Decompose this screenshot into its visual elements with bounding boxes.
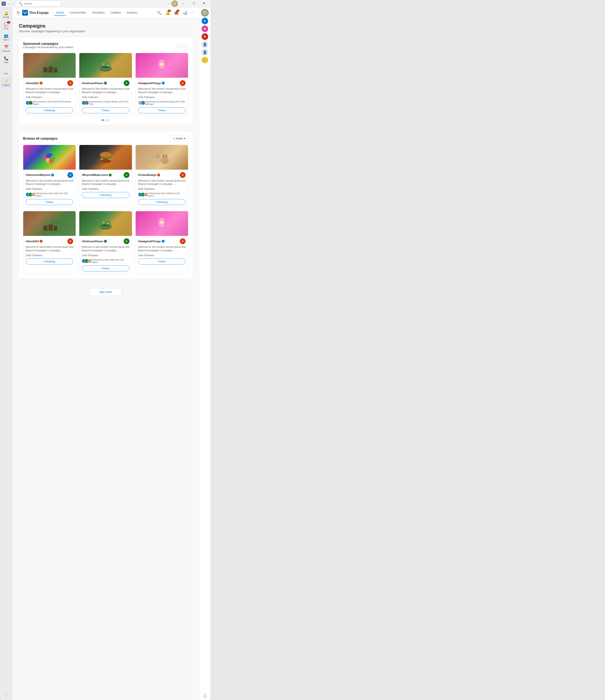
sponsored-card-gadgets[interactable]: #GadgetsNThings ✓ # Welcome to Van Arsde…: [135, 53, 188, 116]
sponsored-card-give2023[interactable]: #Give2023 ✓ # Welcome to Van Arsdel's an…: [23, 53, 76, 116]
hash-badge-gadgetsb: #: [180, 238, 186, 244]
more-options-button[interactable]: ···: [168, 0, 170, 7]
share-button[interactable]: 📤 1: [173, 9, 180, 16]
hash-badge-cutestdawgs: #: [180, 172, 186, 178]
card-image-light: [136, 53, 188, 78]
card-title-row-gogreenb: #GoGreenPlease ✓ #: [82, 238, 129, 244]
dot-3[interactable]: [108, 119, 109, 121]
forward-button[interactable]: ›: [11, 2, 15, 6]
right-sidebar-icon-m[interactable]: M: [202, 25, 208, 32]
sponsor-avatar-6: C: [141, 101, 145, 105]
sponsored-card-gogreen[interactable]: #GoGreenPlease ✓ # Welcome to Van Arsdel…: [79, 53, 132, 116]
sidebar-item-more[interactable]: ···: [1, 690, 11, 698]
card-body-gadgetsb: #GadgetsNThings ✓ # Welcome to Van Arsde…: [136, 236, 188, 267]
nav-link-storylines[interactable]: Storylines: [89, 10, 107, 16]
search-input[interactable]: [24, 2, 58, 5]
sidebar-label-files: Files: [4, 73, 8, 75]
sponsor-avatars-gadgets: A C: [138, 101, 144, 105]
nav-link-communities[interactable]: Communities: [67, 10, 89, 16]
browse-card-gadgetsb[interactable]: #GadgetsNThings ✓ # Welcome to Van Arsde…: [135, 211, 188, 274]
browse-card-beyondmeat[interactable]: #BeyondMeatLovers ✓ # Welcome to Van Ars…: [79, 145, 132, 208]
see-more-row: See more: [19, 285, 192, 299]
right-sidebar-icon-c[interactable]: C: [202, 18, 208, 24]
browse-card-abovebeyond[interactable]: #AboveAndBeyond ✓ # Welcome to Van Arsde…: [23, 145, 76, 208]
sponsored-prev-button[interactable]: ‹: [175, 44, 181, 50]
more-options-nav-button[interactable]: ···: [190, 9, 195, 16]
right-sidebar-icon-av2[interactable]: 👤: [202, 49, 208, 55]
analytics-button[interactable]: 📊: [181, 9, 188, 16]
follow-button-gogreen[interactable]: Follow: [82, 107, 129, 113]
more-icon: ···: [4, 692, 9, 697]
card-desc-gogreen: Welcome to Van Arsdel's annual Above and…: [82, 87, 129, 94]
browse-card-gogreenb[interactable]: #GoGreenPlease ✓ # Welcome to Van Arsdel…: [79, 211, 132, 274]
follow-button-give2023b[interactable]: Following: [26, 258, 73, 265]
card-body-gogreen: #GoGreenPlease ✓ # Welcome to Van Arsdel…: [79, 78, 132, 116]
card-title-gogreenb: #GoGreenPlease ✓: [82, 240, 107, 243]
maximize-button[interactable]: □: [189, 0, 199, 6]
svg-rect-33: [54, 226, 57, 231]
page-title: Campaigns: [19, 23, 192, 29]
follow-button-abovebeyond[interactable]: Follow: [26, 199, 73, 205]
verified-icon-cutestdawgs: ✓: [157, 174, 160, 176]
card-body-beyondmeat: #BeyondMeatLovers ✓ # Welcome to Van Ars…: [79, 170, 132, 201]
right-sidebar-icon-r[interactable]: R: [202, 33, 208, 40]
browse-card-cutestdawgs[interactable]: #CutestDawgs ✓ # Welcome to Van Arsdel's…: [135, 145, 188, 208]
right-sidebar: U C M R 👤 👤 😊 ❮: [199, 7, 210, 700]
follow-button-give2023[interactable]: Following: [26, 107, 73, 113]
right-sidebar-icon-av3[interactable]: 😊: [202, 57, 208, 63]
sponsored-next-button[interactable]: ›: [182, 44, 188, 50]
collapse-right-button[interactable]: ❮: [203, 694, 207, 698]
hash-badge-give2023b: #: [68, 238, 73, 244]
browse-section-header: Browse all campaigns ≡ Active ▾: [23, 136, 188, 142]
follow-button-gadgets[interactable]: Follow: [138, 107, 186, 113]
svg-point-30: [155, 154, 160, 159]
see-more-button[interactable]: See more: [89, 288, 122, 296]
nav-link-leaders[interactable]: Leaders: [108, 10, 123, 16]
sidebar-item-calls[interactable]: 📞 Calls: [1, 54, 11, 65]
notifications-button[interactable]: 🔔 10: [164, 9, 171, 16]
svg-rect-2: [49, 67, 53, 73]
sidebar-item-teams[interactable]: 👥 Teams: [1, 32, 11, 43]
dot-1[interactable]: [102, 119, 104, 121]
card-image-plastic: [79, 53, 132, 78]
followers-give2023b: 234k Followers: [26, 254, 73, 257]
nav-arrows: ‹ ›: [7, 2, 15, 6]
files-icon: 📄: [4, 67, 9, 72]
follow-button-cutestdawgs[interactable]: Following: [138, 199, 186, 205]
nav-link-home[interactable]: Home: [54, 10, 66, 16]
user-avatar-title[interactable]: U: [172, 0, 178, 7]
search-bar[interactable]: 🔍: [16, 1, 61, 6]
right-sidebar-user-avatar[interactable]: U: [201, 9, 209, 17]
sidebar-item-activity[interactable]: 🔔 Activity: [1, 9, 11, 20]
card-title-row-give2023b: #Give2023 ✓ #: [26, 238, 73, 244]
browse-card-give2023b[interactable]: #Give2023 ✓ # Welcome to Van Arsdel's an…: [23, 211, 76, 274]
follow-button-beyondmeat[interactable]: Following: [82, 192, 129, 198]
search-button[interactable]: 🔍: [156, 9, 162, 16]
card-body-give2023: #Give2023 ✓ # Welcome to Van Arsdel's an…: [23, 78, 76, 116]
sidebar-item-chat[interactable]: 💬 1 Chat: [1, 20, 11, 31]
close-button[interactable]: ✕: [199, 0, 209, 6]
nav-link-answers[interactable]: Answers: [124, 10, 140, 16]
right-sidebar-icon-av1[interactable]: 👤: [202, 41, 208, 48]
svg-point-25: [162, 154, 164, 157]
hash-badge-beyondmeat: #: [124, 172, 129, 178]
sidebar-label-activity: Activity: [3, 16, 9, 18]
sidebar-item-engage[interactable]: ⚡ Engage: [1, 77, 11, 88]
back-button[interactable]: ‹: [7, 2, 11, 6]
follow-button-gadgetsb[interactable]: Follow: [138, 258, 186, 265]
card-title-row-give2023: #Give2023 ✓ #: [26, 80, 73, 86]
hash-badge-give2023: #: [68, 80, 73, 86]
follow-button-gogreenb[interactable]: Follow: [82, 266, 129, 271]
active-filter-button[interactable]: ≡ Active ▾: [170, 136, 188, 142]
dot-2[interactable]: [105, 119, 106, 121]
card-image-dog: [136, 145, 188, 170]
followed-row-gogreenb: H A + Followed by Henry Brill and 126 ot…: [82, 258, 129, 264]
sponsors-gadgets: A C Sponsored by Amanda Brady and Collin…: [138, 100, 186, 105]
sidebar-item-calendar[interactable]: 📅 Calendar: [1, 43, 11, 54]
svg-point-36: [102, 221, 105, 224]
sidebar-item-files[interactable]: 📄 Files: [1, 66, 11, 76]
brand-logo: Viva Engage: [22, 10, 49, 16]
sponsor-avatar-2: A: [29, 101, 33, 105]
minimize-button[interactable]: −: [179, 0, 188, 6]
collapse-sidebar-button[interactable]: ☰: [16, 10, 21, 16]
